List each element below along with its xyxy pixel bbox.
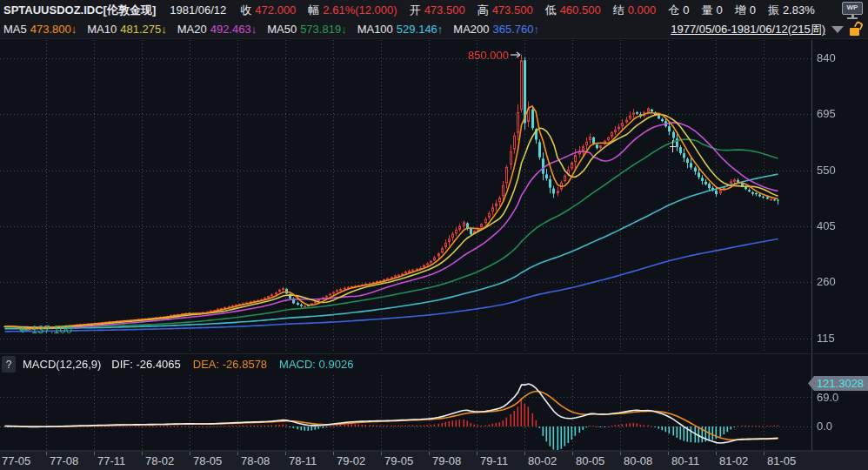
time-axis-label: 81-02 xyxy=(719,454,748,467)
time-axis-label: 80-11 xyxy=(671,454,699,467)
time-axis-tick xyxy=(237,452,238,455)
time-axis-label: 78-11 xyxy=(289,454,317,467)
quote-bar: SPTAUUSDOZ.IDC[伦敦金现] 1981/06/12 收472.000… xyxy=(0,0,868,20)
time-axis-tick xyxy=(620,452,621,455)
time-axis-label: 78-02 xyxy=(145,454,174,467)
macd-field-value: MACD: 0.9026 xyxy=(279,358,353,371)
quote-field-value: 473.500 xyxy=(492,3,533,17)
time-axis-tick xyxy=(572,452,573,455)
macd-title[interactable]: MACD(12,26,9) xyxy=(23,358,101,371)
range-selector[interactable]: 1977/05/06-1981/06/12(215周) xyxy=(671,22,862,37)
macd-axis-tick: 69.0 xyxy=(817,391,838,404)
time-axis-tick xyxy=(668,452,669,455)
ma-item-value: 473.800↓ xyxy=(30,23,77,36)
quote-field-value: 0 xyxy=(716,3,722,17)
price-macd-chart-canvas[interactable] xyxy=(0,0,868,470)
wp-monitor-icon[interactable]: WP xyxy=(842,2,863,19)
quote-field-value: 460.500 xyxy=(560,3,601,17)
time-axis-label: 80-02 xyxy=(528,454,557,467)
ma-item-label: MA50 xyxy=(267,23,297,36)
macd-header: ? MACD(12,26,9) DIF: -26.4065DEA: -26.85… xyxy=(0,354,811,374)
time-axis-label: 79-11 xyxy=(480,454,508,467)
time-axis-label: 81-05 xyxy=(767,454,796,467)
ma-item-label: MA200 xyxy=(453,23,489,36)
time-axis-label: 77-11 xyxy=(97,454,125,467)
time-axis-label: 78-08 xyxy=(241,454,270,467)
quote-field-label: 收 xyxy=(240,3,251,17)
quote-fields: 收472.000幅2.61%(12.000)开473.500高473.500低4… xyxy=(240,3,826,18)
chevron-down-icon[interactable] xyxy=(831,26,844,33)
low-annotation: 137.100 xyxy=(31,323,72,336)
time-axis-label: 77-05 xyxy=(2,454,30,467)
ma-item-label: MA100 xyxy=(357,23,393,36)
price-axis-tick: 550 xyxy=(817,164,836,177)
quote-field-label: 幅 xyxy=(308,3,319,17)
quote-field-label: 高 xyxy=(477,3,489,17)
price-axis-tick: 115 xyxy=(817,332,835,345)
price-axis-tick: 840 xyxy=(817,51,836,64)
time-axis-tick xyxy=(764,452,765,455)
price-axis-tick: 260 xyxy=(817,275,836,288)
high-annotation: 850.000 xyxy=(464,49,509,62)
time-axis-strip: 77-0577-0877-1178-0278-0578-0878-1179-02… xyxy=(0,451,868,470)
quote-field-label: 振 xyxy=(768,3,779,17)
quote-field-label: 仓 xyxy=(668,3,679,17)
time-axis-tick xyxy=(477,452,477,455)
quote-field-label: 低 xyxy=(545,3,557,17)
time-axis-tick xyxy=(333,452,334,455)
chart-application-window: SPTAUUSDOZ.IDC[伦敦金现] 1981/06/12 收472.000… xyxy=(0,0,868,470)
help-button[interactable]: ? xyxy=(2,356,16,373)
ma-item-label: MA5 xyxy=(3,23,27,36)
ma-item-value: 529.146↑ xyxy=(397,23,444,36)
time-axis-tick xyxy=(429,452,430,455)
ma-item-label: MA20 xyxy=(177,23,207,36)
macd-field-value: DIF: -26.4065 xyxy=(111,358,181,371)
wp-icon-label: WP xyxy=(842,2,863,15)
time-axis-label: 80-08 xyxy=(624,454,652,467)
macd-scale-badge: 121.3028 xyxy=(808,376,868,391)
quote-field-label: 开 xyxy=(410,3,421,17)
time-axis-tick xyxy=(190,452,190,455)
time-axis-tick xyxy=(716,452,717,455)
macd-field-value: DEA: -26.8578 xyxy=(193,358,267,371)
time-axis-label: 77-08 xyxy=(50,454,78,467)
ma-item-label: MA10 xyxy=(87,23,117,36)
price-axis-tick: 695 xyxy=(817,107,836,120)
time-axis-label: 79-08 xyxy=(432,454,461,467)
ma-item-value: 492.463↓ xyxy=(210,23,257,36)
quote-field-value: 0 xyxy=(750,3,756,17)
symbol-title: SPTAUUSDOZ.IDC[伦敦金现] xyxy=(3,3,156,18)
ma-item-value: 365.760↑ xyxy=(493,23,540,36)
time-axis-label: 79-02 xyxy=(337,454,365,467)
time-axis-tick xyxy=(285,452,286,455)
unlock-icon[interactable] xyxy=(850,28,859,36)
time-axis-label: 79-05 xyxy=(384,454,413,467)
time-axis-tick xyxy=(142,452,143,455)
time-axis-tick xyxy=(46,452,47,455)
ma-values: MA5473.800↓MA10481.275↓MA20492.463↓MA505… xyxy=(3,23,550,36)
time-axis-tick xyxy=(94,452,95,455)
macd-axis-tick: 0.0 xyxy=(817,420,832,433)
quote-field-value: 0 xyxy=(683,3,689,17)
time-axis-tick xyxy=(524,452,525,455)
range-text[interactable]: 1977/05/06-1981/06/12(215周) xyxy=(671,22,825,37)
ma-item-value: 481.275↓ xyxy=(120,23,167,36)
wp-icon-base xyxy=(847,17,858,19)
quote-field-value: 473.500 xyxy=(424,3,465,17)
time-axis-label: 80-05 xyxy=(576,454,604,467)
quote-field-value: 2.61%(12.000) xyxy=(323,3,397,17)
time-axis-label: 78-05 xyxy=(193,454,222,467)
quote-field-value: 472.000 xyxy=(255,3,296,17)
price-axis-tick: 405 xyxy=(817,219,836,232)
quote-date: 1981/06/12 xyxy=(170,3,226,17)
quote-field-label: 量 xyxy=(701,3,712,17)
quote-field-value: 0.000 xyxy=(628,3,657,17)
quote-field-label: 增 xyxy=(735,3,746,17)
quote-field-value: 2.83% xyxy=(783,3,815,17)
ma-item-value: 573.819↓ xyxy=(300,23,347,36)
macd-values: DIF: -26.4065DEA: -26.8578MACD: 0.9026 xyxy=(111,358,365,371)
quote-field-label: 结 xyxy=(613,3,624,17)
time-axis-tick xyxy=(381,452,382,455)
ma-indicator-bar: MA5473.800↓MA10481.275↓MA20492.463↓MA505… xyxy=(0,20,868,39)
